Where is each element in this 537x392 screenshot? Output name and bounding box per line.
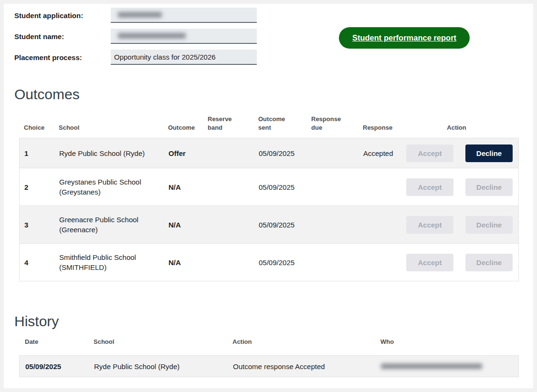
student-name-label: Student name: — [14, 32, 111, 41]
outcome-sent-cell: 05/09/2025 — [254, 144, 307, 163]
col-header-school: School — [54, 124, 163, 132]
student-application-redacted-value — [118, 12, 162, 18]
response-cell — [358, 220, 401, 229]
reserve-band-cell — [203, 220, 254, 229]
reserve-band-cell — [203, 148, 254, 158]
response-cell: Accepted — [358, 144, 401, 163]
response-due-cell — [307, 182, 358, 192]
outcome-sent-cell: 05/09/2025 — [254, 253, 307, 272]
outcomes-title: Outcomes — [14, 86, 533, 103]
outcomes-table-body: 1 Ryde Public School (Ryde) Offer 05/09/… — [19, 138, 519, 281]
history-table: Date School Action Who 05/09/2025 Ryde P… — [19, 338, 519, 377]
outcome-sent-cell: 05/09/2025 — [254, 177, 307, 197]
outcome-cell: N/A — [164, 215, 203, 235]
col-header-choice: Choice — [19, 124, 54, 132]
placement-process-field[interactable]: Opportunity class for 2025/2026 — [111, 50, 257, 65]
decline-button[interactable]: Decline — [465, 144, 513, 162]
student-application-label: Student application: — [14, 11, 111, 20]
date-cell: 05/09/2025 — [20, 357, 88, 376]
response-cell — [358, 182, 401, 192]
student-performance-report-button[interactable]: Student performance report — [339, 27, 470, 49]
outcome-cell: N/A — [164, 177, 203, 197]
col-header-date: Date — [19, 338, 88, 345]
outcomes-table: Choice School Outcome Reserve band Outco… — [19, 115, 519, 281]
col-header-outcome-sent: Outcome sent — [253, 115, 306, 132]
student-application-row: Student application: — [14, 8, 533, 23]
col-header-response-due: Response due — [306, 115, 358, 132]
col-header-action: Action — [227, 338, 375, 345]
col-header-response: Response — [358, 124, 401, 132]
outcome-row-4: 4 Smithfield Public School (SMITHFIELD) … — [20, 243, 518, 281]
accept-button[interactable]: Accept — [406, 254, 453, 271]
col-header-action: Action — [401, 124, 519, 132]
choice-cell: 3 — [20, 215, 54, 235]
response-due-cell — [307, 220, 358, 229]
placement-process-row: Placement process: Opportunity class for… — [14, 50, 533, 65]
decline-button[interactable]: Decline — [465, 254, 513, 271]
reserve-band-cell — [203, 182, 254, 192]
accept-button[interactable]: Accept — [406, 178, 453, 196]
response-due-cell — [307, 148, 358, 158]
outcome-sent-cell: 05/09/2025 — [254, 215, 307, 235]
school-cell: Greenacre Public School (Greenacre) — [54, 210, 164, 239]
school-cell: Smithfield Public School (SMITHFIELD) — [54, 248, 164, 277]
col-header-who: Who — [375, 338, 519, 345]
action-cell: Accept Decline — [401, 178, 518, 196]
who-cell — [375, 358, 518, 375]
placement-process-value: Opportunity class for 2025/2026 — [114, 53, 216, 61]
history-title: History — [14, 313, 533, 330]
history-table-header: Date School Action Who — [19, 338, 519, 352]
school-cell: Ryde Public School (Ryde) — [54, 144, 164, 163]
response-cell — [358, 258, 401, 267]
student-name-redacted-value — [118, 33, 186, 39]
choice-cell: 1 — [20, 144, 54, 163]
decline-button[interactable]: Decline — [465, 178, 513, 196]
reserve-band-cell — [203, 258, 254, 267]
action-cell: Outcome response Accepted — [227, 357, 375, 376]
student-application-field[interactable] — [111, 8, 257, 23]
action-cell: Accept Decline — [401, 144, 518, 162]
school-cell: Greystanes Public School (Greystanes) — [54, 172, 164, 202]
outcome-cell: Offer — [164, 144, 203, 163]
col-header-reserve-band: Reserve band — [203, 115, 253, 132]
placement-process-label: Placement process: — [14, 53, 111, 62]
outcome-row-2: 2 Greystanes Public School (Greystanes) … — [20, 168, 518, 206]
response-due-cell — [307, 258, 358, 267]
outcome-row-1: 1 Ryde Public School (Ryde) Offer 05/09/… — [20, 138, 518, 168]
student-name-field[interactable] — [111, 29, 257, 44]
choice-cell: 4 — [20, 253, 54, 272]
outcomes-table-header: Choice School Outcome Reserve band Outco… — [19, 115, 519, 138]
col-header-outcome: Outcome — [163, 124, 203, 132]
accept-button[interactable]: Accept — [406, 216, 453, 234]
col-header-school: School — [88, 338, 227, 345]
school-cell: Ryde Public School (Ryde) — [88, 357, 227, 376]
accept-button[interactable]: Accept — [406, 144, 453, 162]
outcome-row-3: 3 Greenacre Public School (Greenacre) N/… — [20, 206, 518, 243]
who-redacted-value — [381, 363, 482, 369]
action-cell: Accept Decline — [401, 216, 518, 234]
choice-cell: 2 — [20, 177, 54, 197]
placement-outcome-page: Student application: Student name: Place… — [0, 0, 537, 392]
decline-button[interactable]: Decline — [465, 216, 513, 234]
action-cell: Accept Decline — [401, 254, 518, 271]
history-row-1: 05/09/2025 Ryde Public School (Ryde) Out… — [19, 355, 519, 377]
outcome-cell: N/A — [164, 253, 203, 272]
